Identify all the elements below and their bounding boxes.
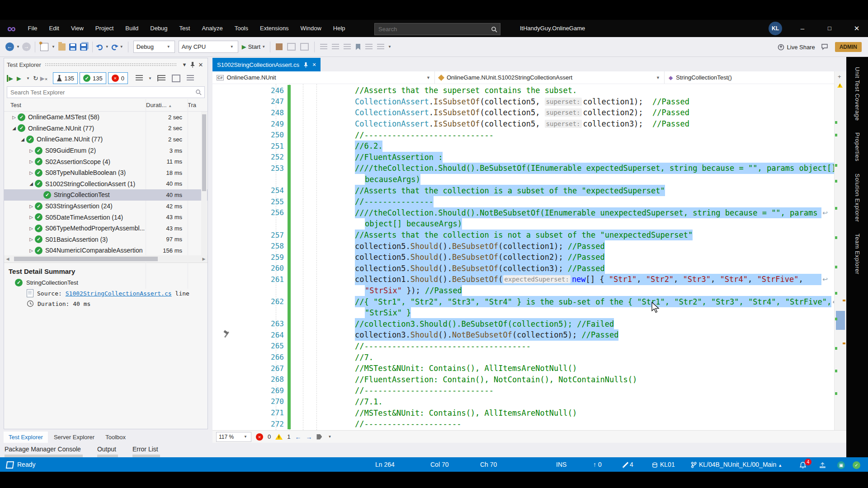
repeat-last-run-icon[interactable]: ↻ xyxy=(33,75,38,82)
document-tab[interactable]: S1002StringCollectionAssert.cs × xyxy=(212,58,321,71)
project-dropdown[interactable]: C# OnlineGame.NUnit▼ xyxy=(212,71,435,84)
solution-platform-select[interactable]: Any CPU▼ xyxy=(179,41,238,53)
window-layout-icon[interactable] xyxy=(287,43,296,51)
code-line[interactable]: 255//--------------- xyxy=(212,196,834,207)
pending-edits[interactable]: 4 xyxy=(625,457,633,472)
uncomment-icon[interactable] xyxy=(365,44,373,50)
tag-filter-icon[interactable] xyxy=(316,434,322,440)
expander-icon[interactable]: ◢ xyxy=(10,126,18,131)
admin-badge[interactable]: ADMIN xyxy=(835,42,862,52)
code-line[interactable]: "StrSix" }); //Passed xyxy=(212,285,834,296)
expander-icon[interactable]: ▷ xyxy=(28,204,35,209)
new-dropdown-icon[interactable]: ▼ xyxy=(52,45,55,49)
tree-row[interactable]: ▷✓S04NumericIComparableAssertion156 ms xyxy=(4,245,208,255)
tree-row[interactable]: ✓StringCollectionTest40 ms xyxy=(4,189,208,201)
scroll-left-icon[interactable]: ◀ xyxy=(4,257,11,261)
expander-icon[interactable]: ▷ xyxy=(28,248,35,253)
indent-icon[interactable] xyxy=(320,44,327,50)
minimize-button[interactable]: – xyxy=(792,20,813,37)
menu-window[interactable]: Window xyxy=(295,20,327,37)
next-issue-icon[interactable]: → xyxy=(306,433,312,441)
repo-selector[interactable]: KL01 xyxy=(652,457,675,472)
notifications-button[interactable]: 4 xyxy=(799,457,807,472)
close-button[interactable]: ✕ xyxy=(846,20,867,37)
run-all-tests-icon[interactable]: ▶ xyxy=(7,75,13,82)
expander-icon[interactable]: ▷ xyxy=(28,159,35,164)
quick-action-hammer-icon[interactable] xyxy=(222,331,231,339)
run-tests-icon[interactable]: ▶ xyxy=(17,75,21,82)
outdent-icon[interactable] xyxy=(332,44,339,50)
expander-icon[interactable]: ▷ xyxy=(28,215,35,220)
test-search-input[interactable] xyxy=(7,89,195,96)
comment-icon[interactable] xyxy=(344,44,351,50)
autohide-tab-properties[interactable]: Properties xyxy=(854,132,861,173)
menu-project[interactable]: Project xyxy=(90,20,119,37)
error-count[interactable]: 0 xyxy=(268,433,271,440)
sync-status[interactable]: ↑ 0 xyxy=(593,457,602,472)
expander-icon[interactable]: ▷ xyxy=(28,148,35,153)
tree-row[interactable]: ▷✓S06TypeMethodPropertyAssembl...43 ms xyxy=(4,223,208,234)
tree-row[interactable]: ▷✓OnlineGame.MSTest (58)2 sec xyxy=(4,112,208,123)
save-all-icon[interactable] xyxy=(80,43,87,51)
user-avatar[interactable]: KL xyxy=(769,22,782,35)
redo-dropdown-icon[interactable]: ▼ xyxy=(120,45,123,49)
layers-icon[interactable] xyxy=(172,75,180,82)
toolbar-overflow-icon[interactable]: ▼ xyxy=(388,45,392,49)
back-dropdown-icon[interactable]: ▼ xyxy=(16,45,20,49)
tree-row[interactable]: ▷✓S09GuidEnum (2)3 ms xyxy=(4,145,208,156)
publish-icon[interactable] xyxy=(819,457,826,472)
menu-help[interactable]: Help xyxy=(327,20,351,37)
panel-tab-toolbox[interactable]: Toolbox xyxy=(100,432,131,443)
background-task-icon[interactable]: Ready xyxy=(6,457,35,472)
test-explorer-titlebar[interactable]: Test Explorer ▼ ✕ xyxy=(4,58,208,71)
scrollbar-thumb[interactable] xyxy=(836,311,845,330)
editor-scrollbar[interactable]: + xyxy=(834,71,846,443)
group-by-icon[interactable] xyxy=(157,75,165,81)
column-traits[interactable]: Tra xyxy=(188,102,208,108)
code-line[interactable]: 263//collection3.Should().BeSubsetOf(col… xyxy=(212,318,834,329)
menu-edit[interactable]: Edit xyxy=(43,20,65,37)
code-line[interactable]: 251//6.2. xyxy=(212,141,834,152)
run-dropdown-icon[interactable]: ▼ xyxy=(26,76,30,80)
code-line[interactable]: 256////theCollection.Should().NotBeSubse… xyxy=(212,207,834,219)
code-line[interactable]: 266//7. xyxy=(212,352,834,363)
code-line[interactable]: 254//Asserts that the collection is a su… xyxy=(212,185,834,196)
warning-count[interactable]: 1 xyxy=(287,433,290,440)
code-line[interactable]: "StrSix" } xyxy=(212,307,834,319)
code-line[interactable]: 249CollectionAssert.IsSubsetOf(collectio… xyxy=(212,118,834,130)
branch-selector[interactable]: KL/04B_NUnit_KL/00_Main ▲ xyxy=(691,457,782,472)
code-line[interactable]: 268//FluentAssertion: Contain(), NotCont… xyxy=(212,374,834,385)
tree-row[interactable]: ◢✓OnlineGame.NUnit (77)2 sec xyxy=(4,123,208,134)
code-line[interactable]: 257//Asserts that the collection is not … xyxy=(212,230,834,241)
code-line[interactable]: 252//FluentAssertion : xyxy=(212,152,834,163)
panel-tab-test-explorer[interactable]: Test Explorer xyxy=(4,432,48,443)
code-line[interactable]: 253////theCollection.Should().BeSubsetOf… xyxy=(212,163,834,174)
code-line[interactable]: 258collection5.Should().BeSubsetOf(colle… xyxy=(212,240,834,252)
start-button-label[interactable]: Start xyxy=(248,43,260,50)
scrollbar-thumb[interactable] xyxy=(14,257,158,261)
autohide-tab-package-manager-console[interactable]: Package Manager Console xyxy=(5,444,81,457)
test-search-box[interactable] xyxy=(7,86,205,98)
tree-row[interactable]: ◢✓S1002StringCollectionAssert (1)40 ms xyxy=(4,178,208,190)
profiler-icon[interactable] xyxy=(276,43,283,50)
panel-tab-server-explorer[interactable]: Server Explorer xyxy=(49,432,99,443)
live-share-button[interactable]: Live Share xyxy=(778,44,815,51)
menu-analyze[interactable]: Analyze xyxy=(196,20,228,37)
autohide-tab-unit-test-coverage[interactable]: Unit Test Coverage xyxy=(854,67,861,132)
tree-horizontal-scrollbar[interactable]: ◀ ▶ xyxy=(4,255,208,263)
menu-build[interactable]: Build xyxy=(119,20,144,37)
type-dropdown[interactable]: OnlineGame.NUnit.S1002StringCollectionAs… xyxy=(435,71,665,84)
passed-tests-filter[interactable]: ✓ 135 xyxy=(80,72,106,84)
code-line[interactable]: 247CollectionAssert.IsSubsetOf(collectio… xyxy=(212,96,834,108)
warnings-icon[interactable]: ! xyxy=(275,434,283,440)
pin-icon[interactable] xyxy=(303,62,308,68)
menu-tools[interactable]: Tools xyxy=(229,20,254,37)
code-line[interactable]: becauseArgs) xyxy=(212,174,834,185)
tree-row[interactable]: ◢✓OnlineGame.NUnit (77)2 sec xyxy=(4,134,208,145)
code-line[interactable]: 270//7.1. xyxy=(212,396,834,408)
expander-icon[interactable]: ▷ xyxy=(28,226,35,231)
navigate-forward-icon[interactable]: → xyxy=(22,42,31,51)
code-area[interactable]: 246//Asserts that the superset contains … xyxy=(212,84,834,430)
expander-icon[interactable]: ◢ xyxy=(28,181,35,186)
column-test[interactable]: Test xyxy=(4,102,146,108)
